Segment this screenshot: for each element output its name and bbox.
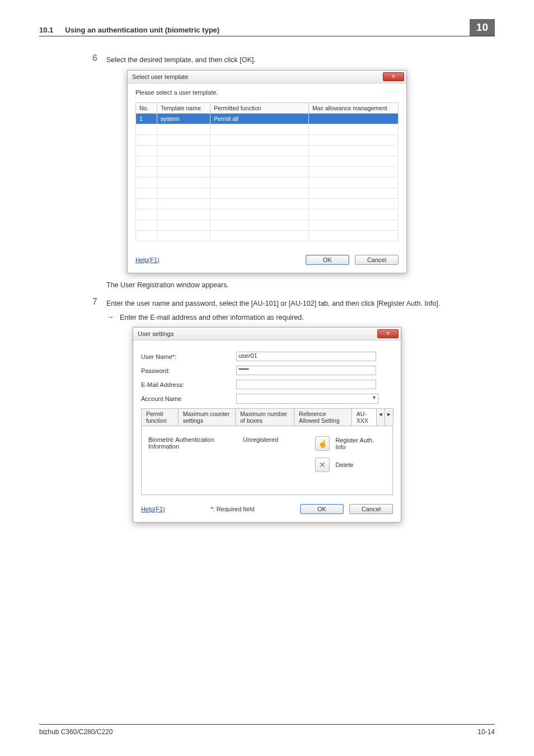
table-row[interactable] [136, 177, 399, 188]
step-6-result: The User Registration window appears. [39, 281, 495, 289]
step-6-text: Select the desired template, and then cl… [106, 53, 256, 66]
tabstrip: Permit function Maximum counter settings… [141, 408, 393, 426]
delete-icon[interactable]: ✕ [315, 458, 330, 472]
arrow-icon: → [106, 312, 114, 323]
dialog1-instruction: Please select a user template. [135, 89, 399, 96]
page-footer: bizhub C360/C280/C220 10-14 [39, 724, 495, 736]
password-label: Password: [141, 367, 236, 374]
ok-button[interactable]: OK [306, 255, 349, 265]
table-row[interactable] [136, 220, 399, 230]
email-label: E-Mail Address: [141, 381, 236, 388]
account-select[interactable] [236, 394, 378, 404]
footer-model: bizhub C360/C280/C220 [39, 728, 113, 736]
email-field[interactable] [236, 380, 376, 389]
table-row[interactable] [136, 166, 399, 177]
tab-scroll-right-icon[interactable]: ▸ [385, 408, 394, 426]
close-icon[interactable]: × [377, 329, 399, 338]
username-label: User Name*: [141, 353, 236, 360]
footer-page-number: 10-14 [477, 728, 495, 736]
help-link[interactable]: Help(F1) [135, 256, 160, 263]
table-row[interactable] [136, 209, 399, 220]
dialog1-titlebar: Select user template × [128, 71, 406, 83]
step-7-number: 7 [90, 297, 97, 309]
account-label: Account Name [141, 395, 236, 402]
section-title: Using an authentication unit (biometric … [65, 26, 219, 34]
tab-permit-function[interactable]: Permit function [141, 408, 179, 426]
tab-max-counter[interactable]: Maximum counter settings [178, 408, 236, 426]
col-permitted-function: Permitted function [210, 102, 309, 113]
delete-button[interactable]: Delete [335, 461, 353, 468]
cell-max [309, 113, 399, 124]
step-6-number: 6 [90, 53, 97, 66]
dialog2-titlebar: User settings × [133, 328, 401, 340]
dialog1-title: Select user template [132, 73, 188, 80]
cancel-button[interactable]: Cancel [349, 504, 393, 514]
register-auth-icon[interactable]: ☝ [315, 436, 330, 451]
table-row[interactable] [136, 198, 399, 209]
table-row[interactable] [136, 156, 399, 166]
password-field[interactable]: •••••••••• [236, 366, 376, 375]
cell-name: system [157, 113, 210, 124]
step-7-text: Enter the user name and password, select… [106, 297, 440, 309]
ok-button[interactable]: OK [300, 504, 344, 514]
tab-max-boxes[interactable]: Maximum number of boxes [235, 408, 294, 426]
table-row[interactable] [136, 188, 399, 198]
table-row[interactable] [136, 230, 399, 241]
section-number: 10.1 [39, 26, 53, 34]
biometric-info-value: Unregistered [243, 436, 298, 472]
close-icon[interactable]: × [383, 72, 404, 81]
tab-pane-au: Biometric Authentication Information Unr… [141, 426, 393, 495]
table-row[interactable] [136, 145, 399, 156]
table-row[interactable] [136, 134, 399, 145]
chapter-badge: 10 [469, 19, 495, 36]
select-user-template-dialog: Select user template × Please select a u… [127, 70, 407, 273]
help-link[interactable]: Help(F1) [141, 506, 165, 512]
tab-reference-allowed[interactable]: Reference Allowed Setting [294, 408, 352, 426]
username-field[interactable]: user01 [236, 352, 376, 361]
page-header: 10.1 Using an authentication unit (biome… [39, 19, 495, 36]
tab-scroll-left-icon[interactable]: ◂ [376, 408, 385, 426]
dialog2-title: User settings [138, 330, 174, 337]
required-note: *: Required field [165, 506, 300, 512]
col-template-name: Template name [157, 102, 210, 113]
cancel-button[interactable]: Cancel [355, 255, 399, 265]
table-row[interactable] [136, 124, 399, 134]
cell-no: 1 [136, 113, 157, 124]
step-7-substep: Enter the E-mail address and other infor… [120, 312, 304, 323]
col-max-allowance: Max allowance management [309, 102, 399, 113]
tab-au-xxx[interactable]: AU-XXX [352, 408, 377, 426]
register-auth-button[interactable]: Register Auth. Info [335, 437, 386, 450]
template-table: No. Template name Permitted function Max… [135, 102, 399, 241]
user-settings-dialog: User settings × User Name*: user01 Passw… [133, 327, 401, 522]
biometric-info-label: Biometric Authentication Information [148, 436, 226, 472]
col-no: No. [136, 102, 157, 113]
table-row[interactable]: 1 system Permit all [136, 113, 399, 124]
cell-func: Permit all [210, 113, 309, 124]
